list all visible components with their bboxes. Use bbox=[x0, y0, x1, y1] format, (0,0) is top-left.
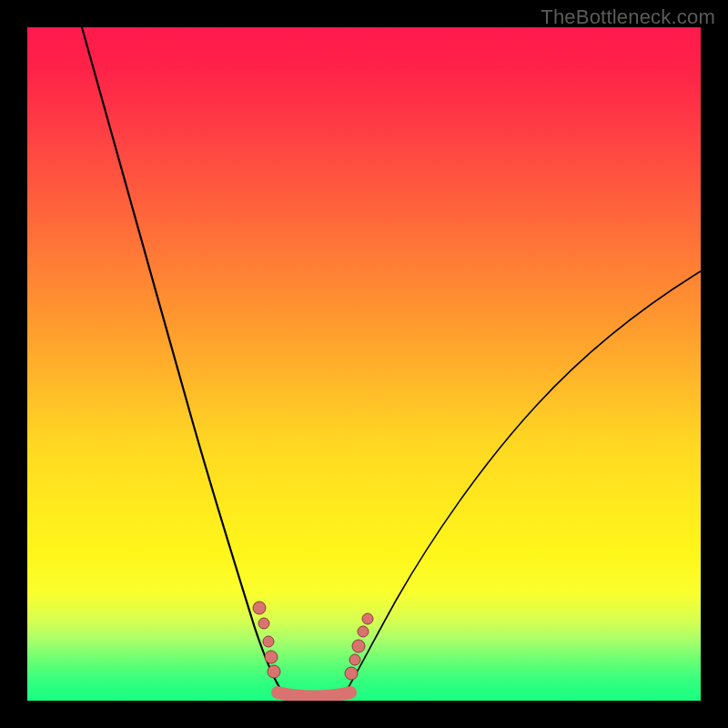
marker-group-left bbox=[253, 602, 280, 678]
marker-dot bbox=[253, 602, 266, 614]
marker-dot bbox=[358, 626, 369, 637]
marker-dot bbox=[265, 651, 278, 663]
marker-dot bbox=[345, 667, 358, 680]
curve-layer bbox=[27, 27, 701, 701]
curve-right bbox=[346, 271, 701, 692]
curve-left bbox=[82, 27, 282, 692]
marker-dot bbox=[263, 636, 274, 647]
marker-dot bbox=[362, 613, 373, 624]
marker-dot bbox=[349, 654, 360, 665]
plot-area bbox=[27, 27, 701, 701]
floor-highlight bbox=[278, 693, 350, 697]
marker-group-right bbox=[345, 613, 373, 680]
marker-dot bbox=[352, 640, 365, 652]
watermark-text: TheBottleneck.com bbox=[541, 5, 715, 29]
marker-dot bbox=[268, 665, 280, 678]
marker-dot bbox=[258, 618, 269, 629]
chart-frame: TheBottleneck.com bbox=[0, 0, 728, 728]
